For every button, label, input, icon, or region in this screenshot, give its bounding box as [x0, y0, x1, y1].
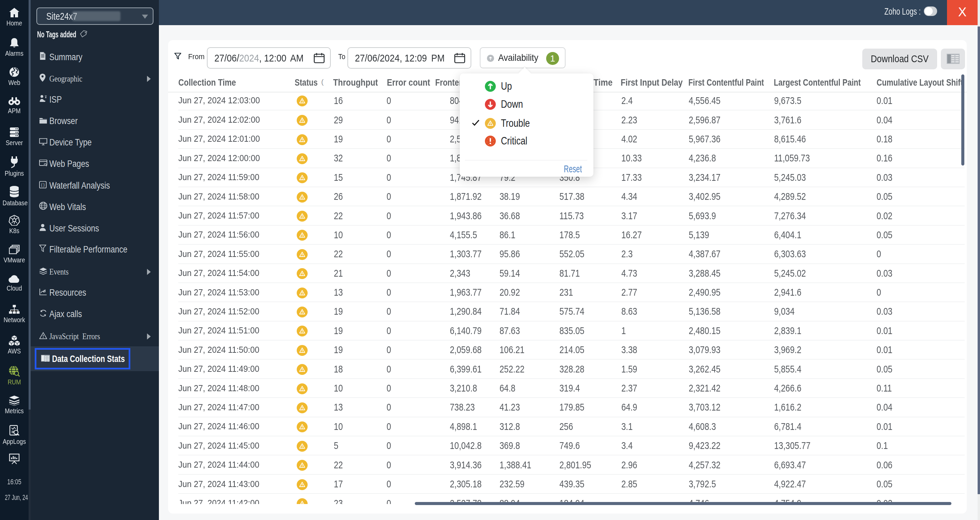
svg-text:{ }: { }	[41, 182, 45, 187]
